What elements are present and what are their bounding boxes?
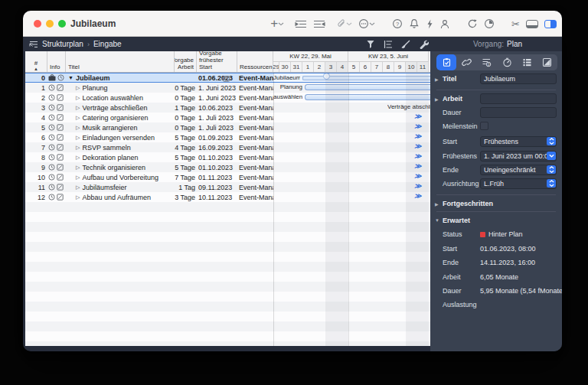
row-info-icons[interactable]	[48, 192, 66, 202]
fortgeschritten-section-label[interactable]: Fortgeschritten	[443, 200, 493, 207]
task-info-tab[interactable]	[436, 54, 456, 70]
panel-bottom-icon[interactable]	[526, 16, 538, 31]
empty-row[interactable]	[25, 341, 430, 346]
start-select[interactable]: Frühestens	[480, 136, 557, 147]
titlebar[interactable]: Jubilaeum + ?	[23, 11, 562, 37]
outline-level-icon[interactable]	[384, 40, 393, 49]
task-title-cell[interactable]: ▷Abbau und Aufräumen	[66, 192, 175, 202]
gantt-row[interactable]: ≫	[273, 152, 430, 162]
empty-row[interactable]	[25, 272, 430, 282]
column-header-start[interactable]: Vorgabe frühester Start	[197, 51, 237, 72]
table-row[interactable]: 0▼Jubilaeum01.06.2023Event-ManaJubilaeum	[25, 73, 430, 83]
summary-bar[interactable]	[302, 76, 430, 80]
row-info-icons[interactable]	[48, 162, 66, 172]
gantt-row[interactable]: ≫	[273, 162, 430, 172]
expand-triangle-icon[interactable]: ▷	[76, 153, 80, 162]
row-info-icons[interactable]	[48, 182, 66, 192]
expand-triangle-icon[interactable]: ▷	[76, 163, 80, 172]
popup-stepper-icon[interactable]	[547, 137, 556, 145]
wrench-icon[interactable]	[419, 39, 429, 49]
empty-row[interactable]	[25, 242, 430, 252]
progress-gauge-tab[interactable]	[497, 54, 517, 70]
disclosure-icon[interactable]: ▶	[435, 77, 439, 82]
gantt-row[interactable]: ≫	[273, 122, 430, 132]
collapse-triangle-icon[interactable]: ▼	[68, 73, 74, 82]
outdent-icon[interactable]	[313, 16, 325, 31]
task-title-cell[interactable]: ▷Einladungen versenden	[66, 132, 175, 142]
row-info-icons[interactable]	[48, 73, 66, 82]
task-title-cell[interactable]: ▷Planung	[66, 83, 175, 93]
chevron-down-icon[interactable]	[547, 152, 556, 160]
empty-row[interactable]	[25, 202, 430, 212]
table-row[interactable]: 6▷Einladungen versenden15 Tage01.09.2023…	[25, 132, 430, 142]
row-info-icons[interactable]	[48, 93, 66, 103]
task-title-cell[interactable]: ▷RSVP sammeln	[66, 142, 175, 152]
disclosure-icon[interactable]: ▶	[435, 96, 439, 102]
calendar-icon[interactable]	[223, 76, 230, 82]
expand-triangle-icon[interactable]: ▷	[76, 113, 80, 122]
notes-tab[interactable]	[537, 54, 557, 70]
table-row[interactable]: 2▷Location auswählen10 Tage1. Juni 2023E…	[25, 93, 430, 103]
arbeit-input[interactable]	[480, 93, 557, 104]
ende-select[interactable]: Uneingeschränkt	[480, 165, 557, 175]
empty-row[interactable]	[25, 292, 430, 302]
task-bar[interactable]	[305, 94, 430, 100]
scissors-icon[interactable]: ✂	[511, 16, 520, 31]
disclosure-icon[interactable]: ▼	[435, 218, 439, 223]
column-header-resources[interactable]: Ressourcen	[237, 51, 273, 72]
empty-row[interactable]	[25, 331, 430, 341]
paperclip-icon[interactable]	[336, 16, 346, 31]
task-bar[interactable]	[305, 84, 430, 90]
expand-triangle-icon[interactable]: ▷	[76, 143, 80, 152]
expand-triangle-icon[interactable]: ▷	[76, 193, 80, 202]
table-row[interactable]: 7▷RSVP sammeln14 Tage16.09.2023Event-Man…	[25, 142, 430, 152]
popup-stepper-icon[interactable]	[547, 179, 556, 188]
minimize-button[interactable]	[46, 20, 54, 28]
erwartet-section-label[interactable]: Erwartet	[443, 217, 470, 224]
table-row[interactable]: 12▷Abbau und Aufräumen3 Tage10.11.2023Ev…	[25, 192, 430, 202]
gantt-row[interactable]: ≫	[273, 132, 430, 142]
ausrichtung-select[interactable]: L.Früh	[480, 178, 557, 189]
row-info-icons[interactable]	[48, 113, 66, 122]
expand-triangle-icon[interactable]: ▷	[76, 183, 80, 192]
bar-offscreen-right-icon[interactable]: ≫	[414, 122, 420, 130]
task-title-cell[interactable]: ▷Aufbau und Vorbereitung	[66, 172, 175, 182]
expand-triangle-icon[interactable]: ▷	[76, 123, 80, 132]
titel-input[interactable]: Jubilaeum	[480, 73, 557, 84]
bar-offscreen-right-icon[interactable]: ≫	[414, 172, 420, 180]
disclosure-icon[interactable]: ▶	[435, 201, 439, 207]
gantt-row[interactable]: Jubilaeum	[273, 73, 430, 82]
bar-offscreen-right-icon[interactable]: ≫	[414, 162, 420, 170]
row-info-icons[interactable]	[48, 83, 66, 93]
row-info-icons[interactable]	[48, 152, 66, 162]
task-title-cell[interactable]: ▷Location auswählen	[66, 93, 175, 103]
task-title-cell[interactable]: ▷Jubiläumsfeier	[66, 182, 175, 192]
column-header-title[interactable]: Titel	[66, 51, 175, 72]
task-title-cell[interactable]: ▷Verträge abschließen	[66, 103, 175, 113]
ellipsis-circle-icon[interactable]	[358, 16, 369, 31]
empty-row[interactable]	[25, 252, 430, 262]
close-button[interactable]	[34, 20, 41, 28]
table-row[interactable]: 10▷Aufbau und Vorbereitung7 Tage01.11.20…	[25, 172, 430, 182]
columns-tab[interactable]	[517, 54, 537, 70]
bar-offscreen-right-icon[interactable]: ≫	[414, 192, 420, 200]
column-header-number[interactable]: # ▲	[25, 51, 47, 72]
expand-triangle-icon[interactable]: ▷	[76, 93, 80, 103]
empty-row[interactable]	[25, 262, 430, 272]
empty-row[interactable]	[25, 302, 430, 312]
chevron-down-icon[interactable]	[278, 16, 284, 31]
empty-row[interactable]	[25, 222, 430, 232]
chevron-down-icon[interactable]	[369, 16, 375, 31]
task-title-cell[interactable]: ▷Technik organisieren	[66, 162, 175, 172]
bar-offscreen-right-icon[interactable]: ≫	[414, 142, 420, 150]
gantt-row[interactable]: ≫	[273, 113, 430, 122]
expand-triangle-icon[interactable]: ▷	[76, 133, 80, 142]
gantt-row[interactable]: ≫	[273, 182, 430, 192]
table-row[interactable]: 4▷Catering organisieren10 Tage1. Juli 20…	[25, 113, 430, 122]
chevron-down-icon[interactable]	[346, 16, 352, 31]
gantt-row[interactable]: auswählen	[273, 93, 430, 103]
add-task-icon[interactable]: +	[270, 16, 278, 31]
breadcrumb-view[interactable]: Strukturplan	[42, 40, 83, 48]
gantt-row[interactable]: ≫	[273, 192, 430, 202]
row-info-icons[interactable]	[48, 103, 66, 113]
